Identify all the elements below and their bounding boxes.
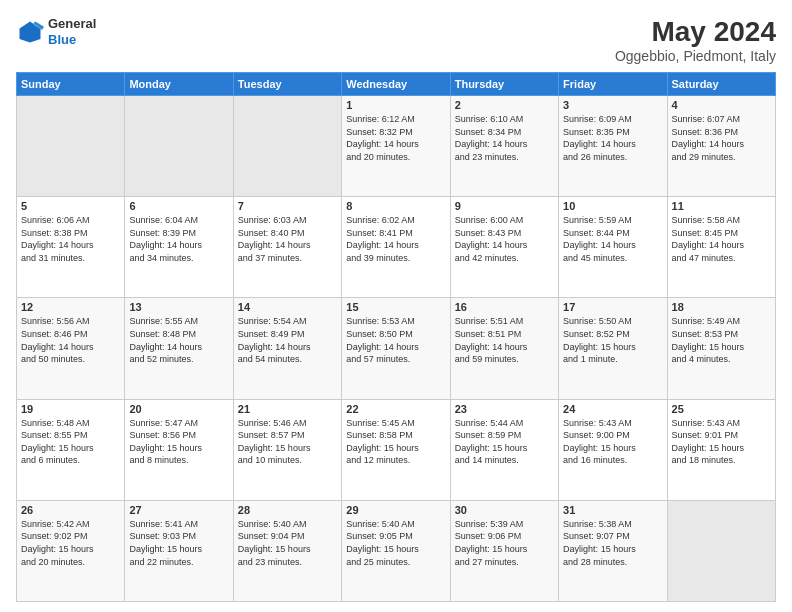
day-number: 20	[129, 403, 228, 415]
day-info: Sunrise: 5:50 AM Sunset: 8:52 PM Dayligh…	[563, 315, 662, 365]
day-info: Sunrise: 5:49 AM Sunset: 8:53 PM Dayligh…	[672, 315, 771, 365]
day-number: 16	[455, 301, 554, 313]
logo-icon	[16, 18, 44, 46]
calendar-week-row: 1Sunrise: 6:12 AM Sunset: 8:32 PM Daylig…	[17, 96, 776, 197]
calendar-day-cell: 14Sunrise: 5:54 AM Sunset: 8:49 PM Dayli…	[233, 298, 341, 399]
calendar-day-cell: 4Sunrise: 6:07 AM Sunset: 8:36 PM Daylig…	[667, 96, 775, 197]
calendar-header-row: Sunday Monday Tuesday Wednesday Thursday…	[17, 73, 776, 96]
header-monday: Monday	[125, 73, 233, 96]
day-info: Sunrise: 5:43 AM Sunset: 9:01 PM Dayligh…	[672, 417, 771, 467]
day-number: 30	[455, 504, 554, 516]
day-number: 11	[672, 200, 771, 212]
day-info: Sunrise: 5:55 AM Sunset: 8:48 PM Dayligh…	[129, 315, 228, 365]
calendar-day-cell: 8Sunrise: 6:02 AM Sunset: 8:41 PM Daylig…	[342, 197, 450, 298]
day-info: Sunrise: 5:59 AM Sunset: 8:44 PM Dayligh…	[563, 214, 662, 264]
calendar-day-cell: 30Sunrise: 5:39 AM Sunset: 9:06 PM Dayli…	[450, 500, 558, 601]
header-sunday: Sunday	[17, 73, 125, 96]
day-info: Sunrise: 5:46 AM Sunset: 8:57 PM Dayligh…	[238, 417, 337, 467]
calendar-day-cell: 29Sunrise: 5:40 AM Sunset: 9:05 PM Dayli…	[342, 500, 450, 601]
day-info: Sunrise: 6:10 AM Sunset: 8:34 PM Dayligh…	[455, 113, 554, 163]
calendar-day-cell: 22Sunrise: 5:45 AM Sunset: 8:58 PM Dayli…	[342, 399, 450, 500]
day-info: Sunrise: 5:39 AM Sunset: 9:06 PM Dayligh…	[455, 518, 554, 568]
day-number: 2	[455, 99, 554, 111]
calendar-day-cell: 9Sunrise: 6:00 AM Sunset: 8:43 PM Daylig…	[450, 197, 558, 298]
day-info: Sunrise: 5:45 AM Sunset: 8:58 PM Dayligh…	[346, 417, 445, 467]
calendar-day-cell	[17, 96, 125, 197]
calendar-day-cell: 18Sunrise: 5:49 AM Sunset: 8:53 PM Dayli…	[667, 298, 775, 399]
calendar-day-cell	[125, 96, 233, 197]
day-info: Sunrise: 6:04 AM Sunset: 8:39 PM Dayligh…	[129, 214, 228, 264]
calendar-day-cell: 27Sunrise: 5:41 AM Sunset: 9:03 PM Dayli…	[125, 500, 233, 601]
day-number: 7	[238, 200, 337, 212]
calendar-day-cell	[667, 500, 775, 601]
day-number: 9	[455, 200, 554, 212]
day-info: Sunrise: 5:58 AM Sunset: 8:45 PM Dayligh…	[672, 214, 771, 264]
title-block: May 2024 Oggebbio, Piedmont, Italy	[615, 16, 776, 64]
calendar-day-cell: 28Sunrise: 5:40 AM Sunset: 9:04 PM Dayli…	[233, 500, 341, 601]
day-number: 21	[238, 403, 337, 415]
day-number: 10	[563, 200, 662, 212]
day-info: Sunrise: 5:43 AM Sunset: 9:00 PM Dayligh…	[563, 417, 662, 467]
day-number: 6	[129, 200, 228, 212]
header-wednesday: Wednesday	[342, 73, 450, 96]
calendar-day-cell: 19Sunrise: 5:48 AM Sunset: 8:55 PM Dayli…	[17, 399, 125, 500]
logo: General Blue	[16, 16, 96, 47]
day-number: 13	[129, 301, 228, 313]
calendar-week-row: 12Sunrise: 5:56 AM Sunset: 8:46 PM Dayli…	[17, 298, 776, 399]
day-info: Sunrise: 5:44 AM Sunset: 8:59 PM Dayligh…	[455, 417, 554, 467]
calendar-week-row: 19Sunrise: 5:48 AM Sunset: 8:55 PM Dayli…	[17, 399, 776, 500]
day-number: 28	[238, 504, 337, 516]
calendar-day-cell: 31Sunrise: 5:38 AM Sunset: 9:07 PM Dayli…	[559, 500, 667, 601]
day-number: 5	[21, 200, 120, 212]
day-number: 12	[21, 301, 120, 313]
day-info: Sunrise: 5:47 AM Sunset: 8:56 PM Dayligh…	[129, 417, 228, 467]
day-info: Sunrise: 5:48 AM Sunset: 8:55 PM Dayligh…	[21, 417, 120, 467]
day-number: 27	[129, 504, 228, 516]
calendar-day-cell: 25Sunrise: 5:43 AM Sunset: 9:01 PM Dayli…	[667, 399, 775, 500]
day-info: Sunrise: 5:53 AM Sunset: 8:50 PM Dayligh…	[346, 315, 445, 365]
day-info: Sunrise: 6:00 AM Sunset: 8:43 PM Dayligh…	[455, 214, 554, 264]
calendar-day-cell: 6Sunrise: 6:04 AM Sunset: 8:39 PM Daylig…	[125, 197, 233, 298]
subtitle: Oggebbio, Piedmont, Italy	[615, 48, 776, 64]
day-info: Sunrise: 6:07 AM Sunset: 8:36 PM Dayligh…	[672, 113, 771, 163]
day-info: Sunrise: 6:02 AM Sunset: 8:41 PM Dayligh…	[346, 214, 445, 264]
calendar-day-cell	[233, 96, 341, 197]
day-info: Sunrise: 5:51 AM Sunset: 8:51 PM Dayligh…	[455, 315, 554, 365]
calendar-day-cell: 3Sunrise: 6:09 AM Sunset: 8:35 PM Daylig…	[559, 96, 667, 197]
day-info: Sunrise: 5:40 AM Sunset: 9:04 PM Dayligh…	[238, 518, 337, 568]
calendar-day-cell: 5Sunrise: 6:06 AM Sunset: 8:38 PM Daylig…	[17, 197, 125, 298]
day-number: 26	[21, 504, 120, 516]
calendar-table: Sunday Monday Tuesday Wednesday Thursday…	[16, 72, 776, 602]
day-info: Sunrise: 5:38 AM Sunset: 9:07 PM Dayligh…	[563, 518, 662, 568]
day-info: Sunrise: 5:54 AM Sunset: 8:49 PM Dayligh…	[238, 315, 337, 365]
day-number: 23	[455, 403, 554, 415]
header-tuesday: Tuesday	[233, 73, 341, 96]
logo-text: General Blue	[48, 16, 96, 47]
calendar-day-cell: 23Sunrise: 5:44 AM Sunset: 8:59 PM Dayli…	[450, 399, 558, 500]
header-thursday: Thursday	[450, 73, 558, 96]
day-number: 3	[563, 99, 662, 111]
calendar-day-cell: 7Sunrise: 6:03 AM Sunset: 8:40 PM Daylig…	[233, 197, 341, 298]
day-number: 22	[346, 403, 445, 415]
day-number: 19	[21, 403, 120, 415]
calendar-day-cell: 2Sunrise: 6:10 AM Sunset: 8:34 PM Daylig…	[450, 96, 558, 197]
calendar-day-cell: 1Sunrise: 6:12 AM Sunset: 8:32 PM Daylig…	[342, 96, 450, 197]
calendar-day-cell: 15Sunrise: 5:53 AM Sunset: 8:50 PM Dayli…	[342, 298, 450, 399]
calendar-day-cell: 13Sunrise: 5:55 AM Sunset: 8:48 PM Dayli…	[125, 298, 233, 399]
day-info: Sunrise: 6:06 AM Sunset: 8:38 PM Dayligh…	[21, 214, 120, 264]
main-title: May 2024	[615, 16, 776, 48]
calendar-week-row: 26Sunrise: 5:42 AM Sunset: 9:02 PM Dayli…	[17, 500, 776, 601]
day-number: 24	[563, 403, 662, 415]
calendar-week-row: 5Sunrise: 6:06 AM Sunset: 8:38 PM Daylig…	[17, 197, 776, 298]
day-number: 31	[563, 504, 662, 516]
day-info: Sunrise: 5:56 AM Sunset: 8:46 PM Dayligh…	[21, 315, 120, 365]
day-info: Sunrise: 6:12 AM Sunset: 8:32 PM Dayligh…	[346, 113, 445, 163]
day-info: Sunrise: 6:09 AM Sunset: 8:35 PM Dayligh…	[563, 113, 662, 163]
day-info: Sunrise: 5:42 AM Sunset: 9:02 PM Dayligh…	[21, 518, 120, 568]
day-number: 1	[346, 99, 445, 111]
calendar-day-cell: 16Sunrise: 5:51 AM Sunset: 8:51 PM Dayli…	[450, 298, 558, 399]
header-saturday: Saturday	[667, 73, 775, 96]
day-number: 15	[346, 301, 445, 313]
calendar-day-cell: 17Sunrise: 5:50 AM Sunset: 8:52 PM Dayli…	[559, 298, 667, 399]
day-info: Sunrise: 5:41 AM Sunset: 9:03 PM Dayligh…	[129, 518, 228, 568]
